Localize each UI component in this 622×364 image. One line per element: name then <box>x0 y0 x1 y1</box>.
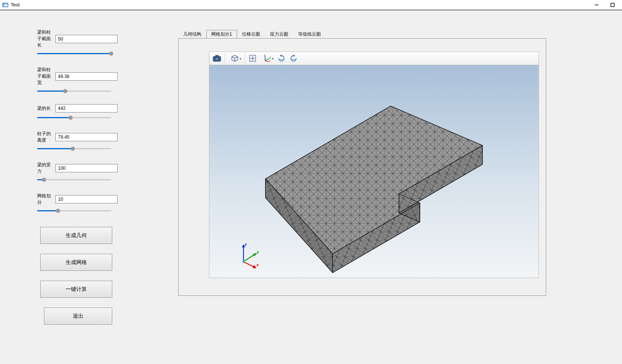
svg-rect-2 <box>611 3 614 6</box>
param-input[interactable] <box>55 104 118 112</box>
view-tab[interactable]: 几何结构 <box>178 30 206 38</box>
maximize-button[interactable] <box>610 2 615 8</box>
param-input[interactable] <box>55 133 118 141</box>
camera-icon[interactable] <box>211 53 223 64</box>
exit-button[interactable]: 退出 <box>44 308 112 325</box>
minimize-button[interactable] <box>594 2 599 8</box>
param-block: 网格划分 <box>37 193 118 213</box>
axis-label-z: z <box>245 242 247 247</box>
param-label: 梁的受力 <box>37 162 53 175</box>
view-tabs: 几何结构网格划分1位移云图应力云图等值线云图 <box>178 29 546 38</box>
viewer-frame: ▼ zyx ▼ <box>178 38 546 296</box>
viewer-toolbar: ▼ zyx ▼ <box>209 52 539 65</box>
svg-line-12 <box>265 61 269 62</box>
view-tab[interactable]: 位移云图 <box>237 30 265 38</box>
param-input[interactable] <box>55 72 118 81</box>
svg-rect-14 <box>280 59 283 61</box>
param-label: 梁和柱子截面长 <box>37 29 53 48</box>
param-input[interactable] <box>55 164 118 172</box>
app-icon <box>2 2 8 8</box>
rotate-cw-icon[interactable] <box>275 53 287 64</box>
view-tab[interactable]: 应力云图 <box>265 30 293 38</box>
param-slider[interactable] <box>37 51 111 56</box>
svg-line-20 <box>243 262 254 267</box>
generate-geometry-button[interactable]: 生成几何 <box>40 227 112 244</box>
param-input[interactable] <box>55 195 118 203</box>
compute-button[interactable]: 一键计算 <box>40 281 112 298</box>
axis-label-x: x <box>256 262 259 267</box>
parameter-panel: 梁和柱子截面长梁和柱子截面宽梁的长柱子的高度梁的受力网格划分 生成几何 生成网格… <box>0 29 118 334</box>
window-title: Test <box>11 2 20 8</box>
param-block: 梁的受力 <box>37 162 118 182</box>
param-label: 柱子的高度 <box>37 131 53 144</box>
svg-rect-0 <box>3 3 8 7</box>
param-block: 梁和柱子截面宽 <box>37 67 118 94</box>
param-slider[interactable] <box>37 146 111 151</box>
svg-rect-15 <box>292 59 295 61</box>
axis-triad: z y x <box>236 243 262 269</box>
svg-rect-4 <box>215 55 218 57</box>
titlebar: Test <box>0 0 622 10</box>
window-controls <box>594 2 620 8</box>
param-slider[interactable] <box>37 208 111 213</box>
generate-mesh-button[interactable]: 生成网格 <box>40 254 112 271</box>
param-label: 网格划分 <box>37 193 53 206</box>
fit-icon[interactable] <box>247 53 259 64</box>
rotate-ccw-icon[interactable] <box>287 53 300 64</box>
cube-icon[interactable]: ▼ <box>226 53 243 64</box>
svg-text:x: x <box>269 59 270 62</box>
svg-text:z: z <box>264 55 265 56</box>
view-tab[interactable]: 等值线云图 <box>293 30 326 38</box>
param-label: 梁和柱子截面宽 <box>37 67 53 86</box>
param-slider[interactable] <box>37 115 111 120</box>
svg-line-18 <box>243 254 255 262</box>
svg-point-22 <box>242 261 245 263</box>
axis-label-y: y <box>257 250 259 254</box>
param-slider[interactable] <box>37 88 111 94</box>
axis-icon[interactable]: zyx ▼ <box>259 53 275 64</box>
param-block: 柱子的高度 <box>37 131 118 151</box>
param-slider[interactable] <box>37 177 111 182</box>
param-label: 梁的长 <box>37 105 53 112</box>
3d-viewport[interactable]: z y x <box>209 65 539 278</box>
param-block: 梁的长 <box>37 104 118 120</box>
view-tab[interactable]: 网格划分1 <box>206 30 237 39</box>
param-block: 梁和柱子截面长 <box>37 29 118 56</box>
svg-marker-19 <box>253 253 257 256</box>
param-input[interactable] <box>55 35 118 43</box>
svg-point-6 <box>216 58 218 60</box>
